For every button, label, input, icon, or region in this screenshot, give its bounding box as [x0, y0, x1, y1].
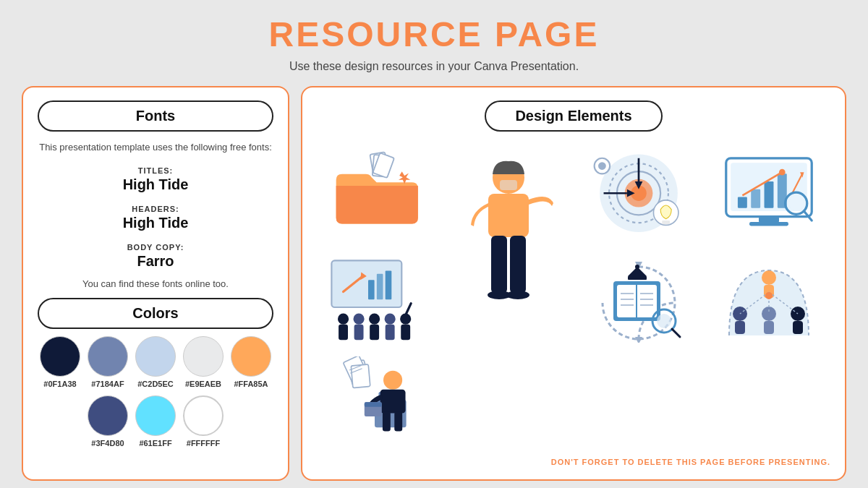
svg-rect-20 — [510, 236, 526, 294]
svg-rect-40 — [738, 197, 747, 207]
title-font-name: High Tide — [38, 176, 273, 193]
main-content: Fonts This presentation template uses th… — [22, 86, 846, 481]
svg-point-95 — [765, 292, 773, 299]
svg-rect-53 — [368, 280, 375, 299]
svg-rect-38 — [759, 216, 779, 223]
svg-rect-54 — [377, 274, 383, 300]
color-swatch-2: #C2D5EC — [135, 336, 176, 388]
svg-line-83 — [672, 329, 680, 337]
svg-rect-91 — [793, 321, 803, 334]
color-swatch-4: #FFA85A — [231, 336, 271, 388]
page-subtitle: Use these design resources in your Canva… — [289, 60, 579, 73]
design-elements-header: Design Elements — [317, 100, 830, 132]
svg-point-22 — [506, 291, 529, 299]
icon-person-documents — [328, 356, 429, 443]
svg-rect-89 — [764, 321, 774, 334]
fonts-header: Fonts — [38, 100, 273, 132]
icon-team-network — [718, 256, 820, 343]
color-hex-1: #7184AF — [91, 380, 124, 388]
svg-rect-12 — [364, 402, 381, 407]
fonts-description: This presentation template uses the foll… — [38, 140, 273, 155]
svg-rect-4 — [351, 364, 370, 388]
svg-rect-9 — [382, 411, 390, 431]
headers-font-label: HEADERS: — [132, 205, 179, 213]
svg-rect-10 — [394, 411, 402, 431]
color-hex-5: #3F4D80 — [91, 439, 124, 448]
svg-rect-8 — [380, 390, 405, 414]
headers-font-name: High Tide — [38, 215, 273, 231]
color-circle-1 — [88, 336, 128, 377]
color-circle-7 — [183, 395, 224, 436]
right-panel: Design Elements — [301, 86, 846, 481]
color-swatch-5: #3F4D80 — [88, 395, 128, 448]
color-swatches-row-2: #3F4D80 #61E1FF #FFFFFF — [38, 395, 273, 448]
icon-folder — [328, 150, 429, 236]
svg-rect-55 — [386, 270, 392, 299]
title-font-entry: TITLES: High Tide — [38, 163, 273, 193]
colors-header: Colors — [38, 298, 273, 329]
body-font-label: BODY COPY: — [127, 243, 184, 252]
svg-rect-41 — [751, 189, 760, 207]
svg-rect-66 — [401, 325, 410, 341]
fonts-online-text: You can find these fonts online too. — [38, 278, 273, 289]
color-hex-2: #C2D5EC — [137, 380, 174, 388]
color-hex-3: #E9EAEB — [185, 380, 221, 388]
title-font-label: TITLES: — [138, 166, 174, 175]
color-hex-0: #0F1A38 — [43, 380, 76, 388]
svg-line-64 — [406, 304, 412, 315]
icon-classroom — [328, 256, 429, 343]
svg-point-35 — [598, 162, 606, 170]
icon-target-lightbulb — [588, 150, 689, 236]
colors-section: Colors #0F1A38 #7184AF #C2D5EC #E9EAEB — [38, 298, 273, 448]
color-circle-3 — [183, 336, 224, 377]
color-hex-6: #61E1FF — [139, 439, 171, 448]
color-swatch-7: #FFFFFF — [183, 395, 224, 448]
icon-book-education — [588, 256, 689, 343]
svg-point-82 — [657, 314, 671, 328]
svg-rect-78 — [628, 276, 647, 280]
color-swatches-row-1: #0F1A38 #7184AF #C2D5EC #E9EAEB #FFA85A — [38, 336, 273, 388]
footer-note: DON'T FORGET TO DELETE THIS PAGE BEFORE … — [317, 458, 830, 466]
headers-font-entry: HEADERS: High Tide — [38, 202, 273, 231]
svg-rect-18 — [488, 194, 529, 237]
svg-point-62 — [385, 314, 396, 325]
svg-rect-33 — [662, 220, 670, 223]
color-circle-0 — [40, 336, 80, 377]
page-title: RESOURCE PAGE — [269, 14, 600, 54]
color-swatch-6: #61E1FF — [135, 395, 176, 448]
svg-point-60 — [369, 314, 380, 325]
svg-rect-57 — [339, 325, 348, 341]
color-circle-4 — [231, 336, 271, 377]
icon-presenter — [451, 153, 566, 341]
svg-rect-42 — [765, 181, 774, 208]
design-elements-title: Design Elements — [485, 100, 662, 132]
body-font-entry: BODY COPY: Farro — [38, 240, 273, 270]
color-swatch-0: #0F1A38 — [40, 336, 80, 388]
color-swatch-3: #E9EAEB — [183, 336, 224, 388]
body-font-name: Farro — [38, 253, 273, 270]
color-circle-5 — [88, 395, 128, 436]
svg-rect-87 — [735, 321, 745, 334]
svg-point-80 — [635, 265, 639, 269]
svg-rect-61 — [370, 325, 379, 341]
svg-point-84 — [762, 270, 776, 285]
left-panel: Fonts This presentation template uses th… — [22, 86, 289, 481]
svg-point-58 — [354, 314, 365, 325]
svg-rect-59 — [354, 325, 364, 341]
color-hex-4: #FFA85A — [234, 380, 268, 388]
svg-rect-17 — [500, 180, 517, 190]
svg-rect-39 — [749, 222, 788, 226]
svg-point-44 — [779, 168, 786, 175]
icon-analytics-computer — [718, 150, 820, 236]
svg-point-56 — [338, 314, 349, 325]
design-elements-icons — [317, 143, 830, 443]
color-swatch-1: #7184AF — [88, 336, 128, 388]
color-circle-2 — [135, 336, 176, 377]
svg-point-65 — [400, 314, 411, 325]
color-circle-6 — [135, 395, 176, 436]
color-hex-7: #FFFFFF — [187, 439, 220, 448]
svg-point-7 — [383, 371, 402, 390]
svg-point-48 — [789, 196, 803, 210]
svg-rect-19 — [491, 236, 507, 294]
svg-rect-63 — [386, 325, 395, 341]
